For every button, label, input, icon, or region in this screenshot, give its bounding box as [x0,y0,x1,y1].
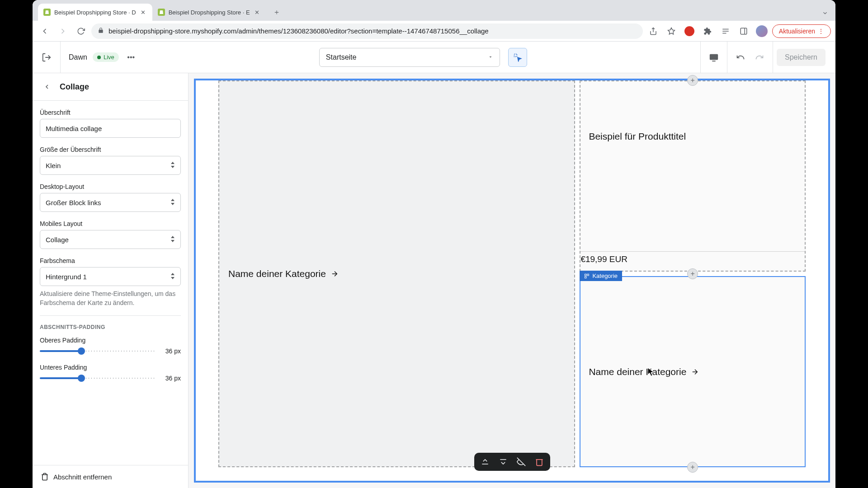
undo-button[interactable] [731,48,750,67]
new-tab-button[interactable]: ＋ [269,5,284,20]
color-scheme-select[interactable]: Hintergrund 1 [40,267,181,286]
close-tab-icon[interactable]: ✕ [140,9,147,16]
browser-address-bar: beispiel-dropshipping-store.myshopify.co… [33,21,835,42]
reload-button[interactable] [73,23,89,39]
tabs-chevron-icon[interactable] [822,10,828,21]
chevron-down-icon [488,53,493,61]
big-category-label: Name deiner Kategorie [228,268,339,279]
preview-canvas: Name deiner Kategorie Beispiel für Produ… [189,73,835,488]
mobile-layout-select[interactable]: Collage [40,230,181,249]
editor-top-bar: Dawn Live ••• Startseite [33,42,835,73]
svg-rect-8 [514,54,517,56]
color-scheme-help: Aktualisiere deine Theme-Einstellungen, … [40,290,181,307]
select-chevron-icon [170,236,175,244]
mobile-layout-label: Mobiles Layout [40,220,181,227]
tab-title: Beispiel Dropshipping Store · E [169,9,250,16]
svg-rect-13 [587,274,589,276]
sidepanel-icon[interactable] [736,23,751,39]
padding-bottom-value: 36 px [161,375,181,382]
shopify-favicon [158,9,165,16]
inspector-toggle-button[interactable] [508,48,527,67]
update-label: Aktualisieren [779,28,815,35]
page-selector-value: Startseite [326,53,357,61]
padding-top-slider[interactable] [40,347,156,356]
redo-button[interactable] [750,48,769,67]
move-up-button[interactable] [481,457,490,466]
shopify-favicon [43,9,51,16]
reading-list-icon[interactable] [718,23,733,39]
browser-update-button[interactable]: Aktualisieren ⋮ [772,24,831,38]
exit-editor-button[interactable] [33,42,61,73]
add-block-button[interactable]: + [687,462,698,473]
select-chevron-icon [170,273,175,281]
svg-rect-5 [741,28,747,34]
svg-rect-9 [710,54,718,60]
browser-tab-inactive[interactable]: Beispiel Dropshipping Store · E ✕ [152,4,266,21]
theme-more-button[interactable]: ••• [124,51,138,64]
url-input[interactable]: beispiel-dropshipping-store.myshopify.co… [91,23,643,39]
heading-input[interactable] [40,119,181,138]
add-block-button[interactable]: + [687,268,698,279]
profile-avatar[interactable] [754,23,769,39]
collage-product-card[interactable]: Beispiel für Produkttitel €19,99 EUR [580,80,806,272]
select-chevron-icon [170,162,175,169]
live-badge: Live [93,52,119,62]
delete-section-button[interactable] [535,457,544,466]
browser-tab-strip: Beispiel Dropshipping Store · D ✕ Beispi… [33,0,835,21]
hide-section-button[interactable] [517,457,526,466]
selected-section-frame[interactable]: Name deiner Kategorie Beispiel für Produ… [194,79,830,483]
forward-button[interactable] [55,23,71,39]
svg-rect-14 [585,277,587,278]
divider [40,315,181,316]
collage-small-category-card[interactable]: Kategorie Name deiner Kategorie [580,276,806,467]
color-scheme-label: Farbschema [40,257,181,264]
kategorie-badge: Kategorie [580,271,622,281]
heading-label: Überschrift [40,109,181,116]
close-tab-icon[interactable]: ✕ [254,9,261,16]
desktop-layout-select[interactable]: Großer Block links [40,193,181,212]
theme-name: Dawn [69,53,87,61]
bookmark-icon[interactable] [664,23,679,39]
svg-rect-10 [712,61,715,61]
arrow-right-icon [691,368,699,376]
page-selector-dropdown[interactable]: Startseite [319,48,500,67]
small-category-label: Name deiner Kategorie [589,366,699,377]
adblock-icon[interactable] [682,23,697,39]
share-icon[interactable] [646,23,661,39]
product-title: Beispiel für Produkttitel [589,131,686,142]
padding-bottom-label: Unteres Padding [40,364,181,371]
heading-size-select[interactable]: Klein [40,156,181,175]
collage-big-category-card[interactable]: Name deiner Kategorie [218,80,575,467]
add-block-button[interactable]: + [687,75,698,86]
settings-back-button[interactable] [41,80,53,93]
section-floating-toolbar [474,453,550,471]
arrow-right-icon [330,270,339,278]
padding-section-label: ABSCHNITTS-PADDING [40,324,181,330]
remove-section-button[interactable]: Abschnitt entfernen [41,473,180,481]
back-button[interactable] [37,23,52,39]
padding-top-value: 36 px [161,347,181,355]
tab-title: Beispiel Dropshipping Store · D [54,9,136,16]
save-button[interactable]: Speichern [777,49,826,66]
settings-panel: Collage Überschrift Größe der Überschrif… [33,73,189,488]
padding-bottom-slider[interactable] [40,374,156,383]
product-divider [580,251,805,252]
desktop-view-button[interactable] [704,48,723,67]
lock-icon [98,27,104,35]
kebab-icon: ⋮ [818,28,824,35]
move-down-button[interactable] [499,457,508,466]
select-chevron-icon [170,199,175,206]
settings-title: Collage [60,82,89,92]
extensions-icon[interactable] [700,23,715,39]
svg-rect-12 [585,274,587,276]
url-text: beispiel-dropshipping-store.myshopify.co… [108,27,637,35]
padding-top-label: Oberes Padding [40,337,181,344]
product-price: €19,99 EUR [580,254,627,264]
browser-tab-active[interactable]: Beispiel Dropshipping Store · D ✕ [38,4,152,21]
heading-size-label: Größe der Überschrift [40,146,181,153]
svg-marker-1 [668,28,675,34]
mouse-cursor [647,367,655,376]
desktop-layout-label: Desktop-Layout [40,183,181,190]
